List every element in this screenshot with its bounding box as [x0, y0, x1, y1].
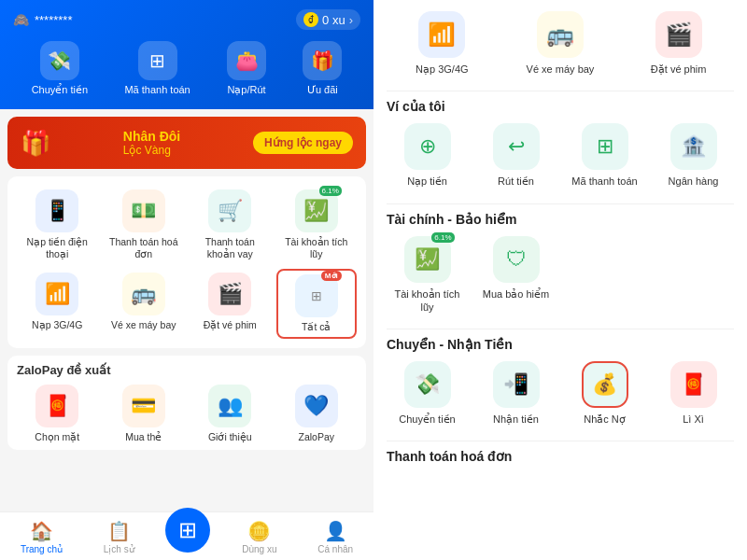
top-services-section: 📶 Nạp 3G/4G 🚌 Vé xe máy bay 🎬 Đặt vé phi…	[387, 11, 734, 76]
vi-cua-toi-section: Ví của tôi ⊕ Nạp tiền ↩ Rút tiền ⊞ Mã th…	[387, 99, 734, 188]
service-tt-hoa-don[interactable]: 💵 Thanh toán hoá đơn	[104, 186, 185, 263]
tai-chinh-grid: 💹 6.1% Tài khoản tích lũy 🛡 Mua bảo hiểm	[387, 236, 734, 315]
vi-cua-toi-grid: ⊕ Nạp tiền ↩ Rút tiền ⊞ Mã thanh toán 🏦 …	[387, 123, 734, 188]
divider-3	[387, 329, 734, 329]
nav-lich-su[interactable]: 📋 Lịch sử	[94, 518, 144, 556]
coin-icon: ₫	[303, 12, 318, 27]
right-ngan-hang-icon: 🏦	[670, 123, 717, 170]
eye-off-icon[interactable]: 🙈	[13, 12, 29, 27]
right-ma-tt-label: Mã thanh toán	[571, 175, 637, 188]
chuyen-tien-icon: 💸	[40, 41, 79, 80]
right-rut-tien-icon: ↩	[493, 123, 540, 170]
quick-action-uu-dai[interactable]: 🎁 Ưu đãi	[303, 41, 342, 96]
right-nhan-tien[interactable]: 📲 Nhận tiền	[475, 361, 557, 426]
banner-text: Nhân Đôi Lộc Vàng	[123, 129, 180, 157]
right-mua-bao-hiem-label: Mua bảo hiểm	[483, 287, 549, 301]
thanh-toan-title: Thanh toán hoá đơn	[387, 449, 734, 464]
banner-title-line1: Nhân Đôi	[123, 129, 180, 144]
right-chuyen-tien-icon: 💸	[404, 361, 451, 408]
services-grid: 📱 Nạp tiền điện thoại 💵 Thanh toán hoá đ…	[17, 186, 357, 339]
nav-dung-xu[interactable]: 🪙 Dùng xu	[233, 518, 286, 556]
tich-luy-badge: 6.1%	[319, 186, 342, 196]
right-nhac-no[interactable]: 💰 Nhắc Nợ	[564, 361, 645, 426]
service-dat-ve[interactable]: 🎬 Đặt vé phim	[190, 269, 271, 339]
tt-hoa-don-label: Thanh toán hoá đơn	[107, 236, 181, 259]
right-mua-bao-hiem[interactable]: 🛡 Mua bảo hiểm	[475, 236, 557, 315]
qr-icon: ⊞	[178, 517, 197, 543]
mua-the-icon: 💳	[122, 385, 165, 427]
zalopay-icon: 💙	[295, 385, 338, 427]
right-nhac-no-label: Nhắc Nợ	[584, 413, 626, 426]
service-nap-3g[interactable]: 📶 Nạp 3G/4G	[17, 269, 98, 339]
tich-luy-right-badge: 6.1%	[431, 232, 454, 243]
right-ma-tt[interactable]: ⊞ Mã thanh toán	[564, 123, 645, 188]
right-nhan-tien-label: Nhận tiền	[493, 413, 539, 426]
zalopay-zalopay[interactable]: 💙 ZaloPay	[276, 385, 358, 442]
lich-su-label: Lịch sử	[104, 544, 134, 554]
right-nap-3g-icon: 📶	[418, 11, 465, 58]
tai-chinh-title: Tài chính - Bảo hiểm	[387, 212, 734, 227]
tk-tich-luy-label: Tài khoản tích lũy	[280, 236, 354, 259]
account-info: 🙈 ********	[13, 12, 72, 27]
divider-2	[387, 203, 734, 204]
service-ve-xe[interactable]: 🚌 Vé xe máy bay	[104, 269, 185, 339]
promotion-banner[interactable]: 🎁 Nhân Đôi Lộc Vàng Hứng lộc ngay	[7, 117, 366, 169]
zalopay-gioi-thieu[interactable]: 👥 Giới thiệu	[190, 385, 271, 442]
service-tt-koan-vay[interactable]: 🛒 Thanh toán khoản vay	[190, 186, 271, 263]
right-tk-tich-luy[interactable]: 💹 6.1% Tài khoản tích lũy	[387, 236, 468, 315]
nav-ca-nhan[interactable]: 👤 Cá nhân	[308, 518, 362, 556]
service-tk-tich-luy[interactable]: 💹 6.1% Tài khoản tích lũy	[276, 186, 358, 263]
balance-info[interactable]: ₫ 0 xu ›	[296, 9, 360, 30]
right-ve-xe[interactable]: 🚌 Vé xe máy bay	[505, 11, 616, 76]
balance-amount: 0 xu	[322, 13, 345, 27]
right-nhac-no-icon: 💰	[582, 361, 628, 408]
right-li-xi-label: Lì Xì	[683, 413, 704, 426]
header-top: 🙈 ******** ₫ 0 xu ›	[13, 9, 360, 30]
nav-trang-chu[interactable]: 🏠 Trang chủ	[11, 518, 72, 556]
right-panel: 📶 Nạp 3G/4G 🚌 Vé xe máy bay 🎬 Đặt vé phi…	[374, 0, 747, 560]
right-ngan-hang[interactable]: 🏦 Ngân hàng	[653, 123, 734, 188]
left-panel: 🙈 ******** ₫ 0 xu › 💸 Chuyển tiền ⊞ Mã t…	[0, 0, 374, 560]
banner-button[interactable]: Hứng lộc ngay	[253, 132, 353, 154]
services-section: 📱 Nạp tiền điện thoại 💵 Thanh toán hoá đ…	[7, 176, 366, 348]
trang-chu-icon: 🏠	[30, 520, 53, 542]
divider-4	[387, 441, 734, 441]
dat-ve-label: Đặt vé phim	[204, 319, 257, 331]
right-ve-xe-icon: 🚌	[537, 11, 584, 58]
masked-account: ********	[35, 13, 72, 27]
gioi-thieu-label: Giới thiệu	[208, 431, 252, 442]
zalopay-mua-the[interactable]: 💳 Mua thẻ	[104, 385, 185, 442]
tat-ca-icon: ⊞ Mới	[295, 274, 338, 317]
quick-action-ma-thanh-toan[interactable]: ⊞ Mã thanh toán	[124, 41, 190, 96]
tat-ca-label: Tất cả	[302, 321, 331, 333]
chuyen-nhan-title: Chuyển - Nhận Tiền	[387, 337, 734, 352]
gioi-thieu-icon: 👥	[208, 385, 251, 427]
mua-the-label: Mua thẻ	[125, 431, 162, 442]
quick-action-nap-rut[interactable]: 👛 Nạp/Rút	[227, 41, 266, 96]
bottom-nav: 🏠 Trang chủ 📋 Lịch sử ⊞ 🪙 Dùng xu 👤 Cá n…	[0, 511, 374, 560]
right-chuyen-tien[interactable]: 💸 Chuyển tiền	[387, 361, 468, 426]
ca-nhan-icon: 👤	[324, 520, 347, 542]
nap-dt-icon: 📱	[35, 189, 78, 232]
chuyen-tien-label: Chuyển tiền	[32, 84, 88, 96]
right-nap-3g[interactable]: 📶 Nạp 3G/4G	[387, 11, 498, 76]
right-rut-tien-label: Rút tiền	[498, 175, 534, 188]
tt-koan-vay-label: Thanh toán khoản vay	[193, 236, 267, 259]
nav-qr-center[interactable]: ⊞	[165, 508, 210, 553]
nap-rut-label: Nạp/Rút	[227, 84, 265, 96]
zalopay-chon-mat[interactable]: 🧧 Chọn mặt	[17, 385, 98, 442]
chuyen-nhan-section: Chuyển - Nhận Tiền 💸 Chuyển tiền 📲 Nhận …	[387, 337, 734, 426]
right-rut-tien[interactable]: ↩ Rút tiền	[475, 123, 557, 188]
divider-1	[387, 91, 734, 91]
service-nap-dt[interactable]: 📱 Nạp tiền điện thoại	[17, 186, 98, 263]
right-nap-tien[interactable]: ⊕ Nạp tiền	[387, 123, 468, 188]
right-chuyen-tien-label: Chuyển tiền	[399, 413, 455, 426]
chevron-right-icon: ›	[349, 13, 353, 27]
thanh-toan-section: Thanh toán hoá đơn	[387, 449, 734, 464]
ca-nhan-label: Cá nhân	[317, 544, 353, 554]
tai-chinh-section: Tài chính - Bảo hiểm 💹 6.1% Tài khoản tí…	[387, 212, 734, 315]
right-li-xi[interactable]: 🧧 Lì Xì	[653, 361, 734, 426]
right-dat-ve[interactable]: 🎬 Đặt vé phim	[623, 11, 734, 76]
service-tat-ca[interactable]: ⊞ Mới Tất cả	[276, 269, 358, 339]
quick-action-chuyen-tien[interactable]: 💸 Chuyển tiền	[32, 41, 88, 96]
